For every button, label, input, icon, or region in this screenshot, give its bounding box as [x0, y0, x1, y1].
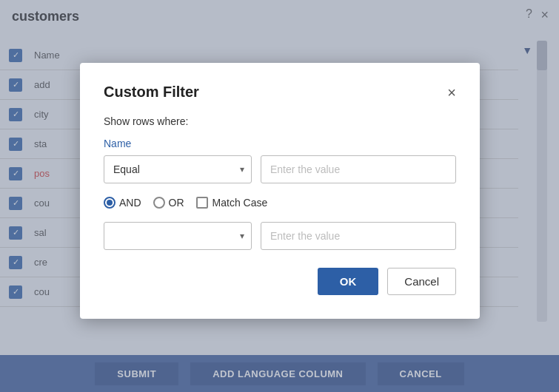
- dialog-subtitle: Show rows where:: [104, 115, 456, 127]
- ok-button[interactable]: OK: [318, 268, 379, 295]
- or-radio-label[interactable]: OR: [153, 197, 184, 209]
- custom-filter-dialog: Custom Filter × Show rows where: Name Eq…: [80, 63, 480, 319]
- second-value-input[interactable]: [261, 222, 456, 250]
- dialog-close-button[interactable]: ×: [447, 85, 456, 100]
- first-value-input[interactable]: [261, 155, 456, 183]
- first-condition-dropdown-wrapper: Equal Not Equal Contains Does Not Contai…: [104, 155, 252, 183]
- dialog-header: Custom Filter ×: [104, 84, 456, 101]
- and-label: AND: [119, 197, 141, 209]
- or-label: OR: [169, 197, 184, 209]
- match-case-checkbox[interactable]: [196, 197, 208, 209]
- match-case-text: Match Case: [212, 197, 268, 209]
- second-condition-dropdown[interactable]: Equal Not Equal Contains Does Not Contai…: [104, 222, 252, 250]
- match-case-label[interactable]: Match Case: [196, 197, 268, 209]
- cancel-button[interactable]: Cancel: [387, 268, 456, 295]
- second-filter-row: Equal Not Equal Contains Does Not Contai…: [104, 222, 456, 250]
- dialog-footer: OK Cancel: [104, 268, 456, 295]
- and-radio-button[interactable]: [104, 197, 116, 209]
- and-radio-label[interactable]: AND: [104, 197, 141, 209]
- field-label: Name: [104, 138, 456, 149]
- or-radio-button[interactable]: [153, 197, 165, 209]
- second-condition-dropdown-wrapper: Equal Not Equal Contains Does Not Contai…: [104, 222, 252, 250]
- first-filter-row: Equal Not Equal Contains Does Not Contai…: [104, 155, 456, 183]
- first-condition-dropdown[interactable]: Equal Not Equal Contains Does Not Contai…: [104, 155, 252, 183]
- logic-row: AND OR Match Case: [104, 194, 456, 212]
- dialog-title: Custom Filter: [104, 84, 199, 101]
